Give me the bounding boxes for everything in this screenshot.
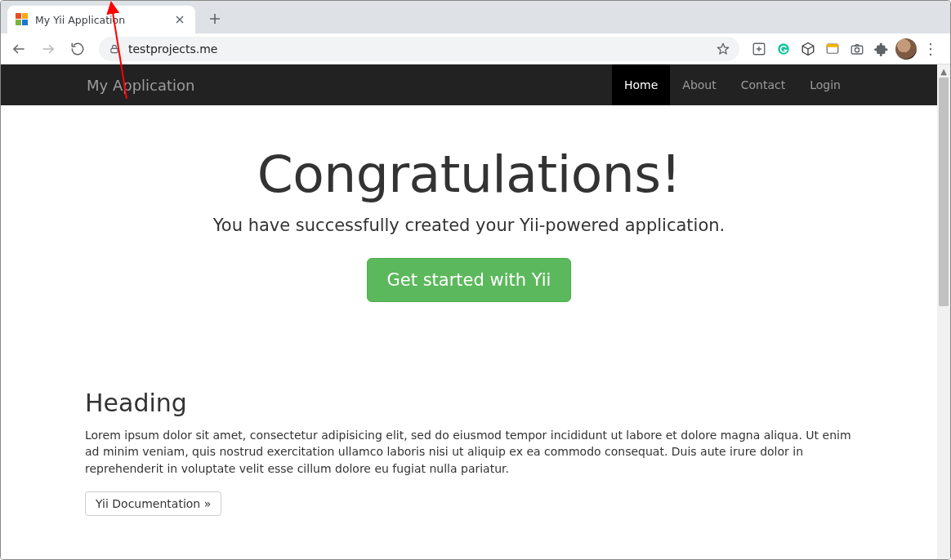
jumbotron: Congratulations! You have successfully c…: [85, 105, 853, 341]
nav-links: Home About Contact Login: [612, 64, 853, 105]
svg-rect-15: [827, 44, 838, 47]
nav-login[interactable]: Login: [797, 64, 853, 105]
lock-icon: [109, 43, 120, 55]
scrollbar-thumb[interactable]: [939, 78, 949, 306]
get-started-button[interactable]: Get started with Yii: [367, 258, 572, 302]
browser-tabstrip: My Yii Application: [1, 1, 950, 33]
jumbotron-lead: You have successfully created your Yii-p…: [85, 216, 853, 235]
browser-viewport: My Application Home About Contact Login …: [1, 64, 950, 559]
svg-rect-10: [111, 48, 118, 52]
page-content: My Application Home About Contact Login …: [1, 64, 937, 559]
extensions-area: ⋮: [748, 38, 945, 60]
extension-tool-icon[interactable]: [748, 38, 770, 60]
nav-home[interactable]: Home: [612, 64, 670, 105]
nav-about[interactable]: About: [670, 64, 728, 105]
extension-shield-icon[interactable]: [821, 38, 844, 60]
forward-button[interactable]: [35, 37, 61, 61]
browser-toolbar: testprojects.me ⋮: [1, 33, 950, 64]
extension-grammarly-icon[interactable]: [772, 38, 795, 60]
new-tab-button[interactable]: [203, 7, 226, 30]
section-paragraph: Lorem ipsum dolor sit amet, consectetur …: [85, 427, 853, 477]
url-text: testprojects.me: [128, 42, 217, 56]
extensions-puzzle-icon[interactable]: [870, 38, 893, 60]
scrollbar-up-arrow[interactable]: ▲: [937, 64, 950, 78]
section-heading: Heading: [85, 389, 853, 417]
browser-tab-active[interactable]: My Yii Application: [7, 6, 195, 33]
browser-menu-button[interactable]: ⋮: [919, 38, 942, 60]
documentation-button[interactable]: Yii Documentation »: [85, 491, 221, 516]
tab-close-button[interactable]: [172, 12, 187, 27]
jumbotron-title: Congratulations!: [85, 144, 853, 204]
bookmark-star-icon[interactable]: [717, 42, 730, 56]
vertical-scrollbar[interactable]: ▲: [937, 64, 950, 559]
extension-camera-icon[interactable]: [846, 38, 868, 60]
app-navbar: My Application Home About Contact Login: [1, 64, 937, 105]
extension-cube-icon[interactable]: [797, 38, 819, 60]
svg-rect-16: [851, 46, 863, 54]
back-button[interactable]: [6, 37, 32, 61]
brand-link[interactable]: My Application: [85, 77, 196, 94]
tab-title: My Yii Application: [35, 14, 125, 26]
tab-favicon: [16, 13, 29, 26]
svg-marker-11: [717, 43, 728, 54]
address-bar[interactable]: testprojects.me: [99, 37, 739, 61]
profile-avatar[interactable]: [895, 38, 918, 60]
nav-contact[interactable]: Contact: [729, 64, 797, 105]
body-section: Heading Lorem ipsum dolor sit amet, cons…: [85, 341, 853, 516]
reload-button[interactable]: [65, 37, 91, 61]
svg-point-17: [855, 47, 859, 51]
